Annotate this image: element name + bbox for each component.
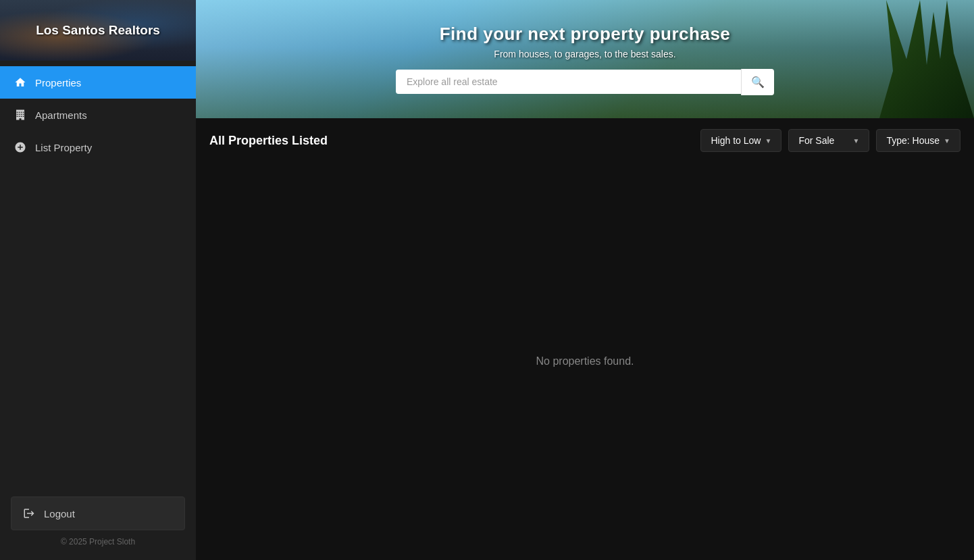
logout-icon [22,507,36,520]
sidebar-nav: Properties Apartments List Property [0,61,196,486]
copyright-text: © 2025 Project Sloth [11,537,185,549]
sidebar-item-properties[interactable]: Properties [0,66,196,99]
property-type-chevron-icon: ▼ [944,137,950,145]
property-type-label: Type: House [886,135,940,146]
hero-title: Find your next property purchase [440,24,731,45]
no-properties-message: No properties found. [536,355,634,367]
properties-content: No properties found. [196,163,974,560]
sidebar-logo: Los Santos Realtors [0,0,196,61]
logout-button[interactable]: Logout [11,497,185,530]
sort-label: High to Low [711,135,761,146]
hero-overlay: Find your next property purchase From ho… [196,0,974,118]
sort-chevron-icon: ▼ [765,137,772,145]
main-content: Find your next property purchase From ho… [196,0,974,560]
logout-label: Logout [44,508,75,519]
sale-type-chevron-icon: ▼ [853,137,860,145]
search-input[interactable] [396,70,741,94]
search-button[interactable]: 🔍 [741,69,774,95]
sidebar-item-apartments[interactable]: Apartments [0,99,196,131]
sale-type-dropdown[interactable]: For Sale ▼ [788,129,869,152]
search-icon: 🔍 [751,76,765,88]
properties-header: All Properties Listed High to Low ▼ For … [196,118,974,163]
sidebar-item-apartments-label: Apartments [35,109,87,121]
sidebar: Los Santos Realtors Properties Apartment… [0,0,196,560]
sidebar-footer: Logout © 2025 Project Sloth [0,486,196,560]
app-title: Los Santos Realtors [36,22,160,39]
hero-subtitle: From houses, to garages, to the best sal… [494,49,675,59]
section-title: All Properties Listed [209,134,328,148]
building-icon [14,108,27,122]
sidebar-item-properties-label: Properties [35,77,81,88]
filter-controls: High to Low ▼ For Sale ▼ Type: House ▼ [700,129,960,152]
property-type-dropdown[interactable]: Type: House ▼ [876,129,960,152]
sort-dropdown[interactable]: High to Low ▼ [700,129,781,152]
home-icon [14,76,27,89]
sale-type-label: For Sale [798,135,834,146]
sidebar-item-list-property[interactable]: List Property [0,131,196,163]
sidebar-item-list-property-label: List Property [35,142,92,153]
plus-circle-icon [14,141,27,154]
hero-search-bar: 🔍 [396,69,774,95]
hero-banner: Find your next property purchase From ho… [196,0,974,118]
